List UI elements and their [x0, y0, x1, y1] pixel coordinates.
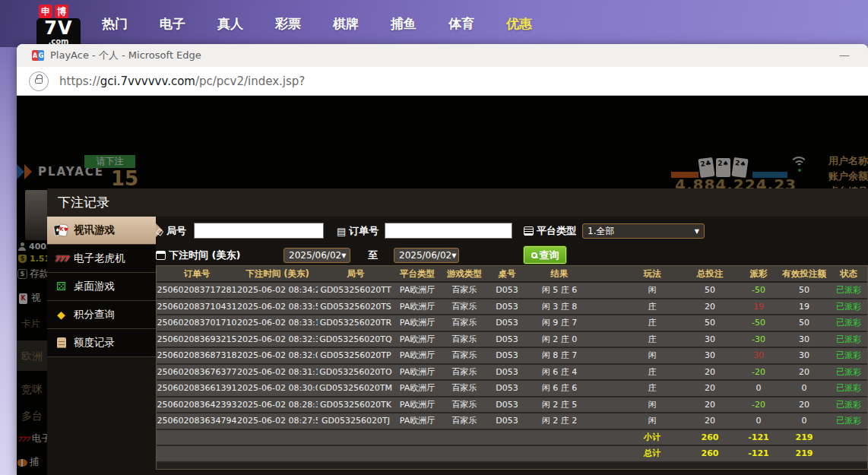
table-row: 2506020836873182025-06-02 08:32:02GD0532…	[157, 348, 867, 365]
chevron-down-icon: ▼	[341, 252, 346, 259]
menu-item-video-games[interactable]: ♠K♥ 视讯游戏	[47, 217, 156, 245]
table-cell: 19	[737, 302, 780, 312]
diamond-icon: ◆	[54, 309, 68, 321]
table-row: 2506020837172812025-06-02 08:34:28GD0532…	[157, 283, 867, 299]
menu-item-table-games[interactable]: ⚄ 桌面游戏	[47, 273, 156, 301]
nav-board[interactable]: 棋牌	[333, 15, 359, 33]
site-favicon-icon: AG	[32, 50, 44, 61]
table-cell: 250602083687318	[157, 350, 237, 360]
minimize-button[interactable]: —	[835, 47, 854, 64]
column-header: 平台类型	[394, 268, 441, 280]
table-cell: 30	[737, 350, 780, 360]
nav-hot[interactable]: 热门	[102, 15, 128, 33]
edge-window: AG PlayAce - 个人 - Microsoft Edge — https…	[17, 44, 868, 475]
nav-lottery[interactable]: 彩票	[275, 15, 301, 33]
total-cell: -121	[737, 432, 780, 442]
table-cell: 250602083676377	[157, 367, 237, 377]
table-cell: 百家乐	[441, 334, 488, 345]
table-cell: 50	[780, 285, 828, 295]
table-cell: GD053256020TO	[318, 367, 394, 377]
table-cell: 已派彩	[828, 284, 868, 296]
table-cell: 百家乐	[441, 301, 488, 312]
table-cell: 闲 6 庄 4	[526, 366, 593, 378]
nav-fishing[interactable]: 捕鱼	[391, 15, 417, 33]
column-header: 下注时间 (美东)	[237, 268, 318, 280]
magnifier-icon	[531, 252, 537, 258]
table-cell: GD053256020TS	[318, 302, 394, 312]
nav-slots[interactable]: 电子	[160, 15, 185, 33]
site-topbar: 7V .com 申 博 热门 电子 真人 彩票 棋牌 捕鱼 体育 优惠	[0, 0, 868, 47]
total-cell: 总计	[622, 448, 683, 459]
table-cell: 闲 3 庄 8	[526, 301, 593, 312]
chevron-down-icon: ▼	[695, 228, 699, 235]
window-titlebar: AG PlayAce - 个人 - Microsoft Edge —	[17, 44, 868, 67]
table-cell: 闲 8 庄 7	[526, 350, 593, 361]
menu-item-points[interactable]: ◆ 积分查询	[47, 301, 156, 329]
table-cell: PA欧洲厅	[394, 350, 441, 361]
column-header: 有效投注额	[780, 268, 828, 280]
date-from-select[interactable]: 2025/06/02▼	[284, 248, 350, 263]
total-cell: -121	[737, 448, 780, 458]
menu-item-credit-log[interactable]: 额度记录	[47, 329, 156, 357]
table-cell: 20	[683, 400, 737, 410]
table-cell: 250602083661391	[157, 383, 237, 393]
total-cell: 260	[683, 432, 737, 442]
table-cell: PA欧洲厅	[394, 399, 441, 410]
table-cell: 20	[780, 400, 828, 410]
table-cell: 2025-06-02 08:33:55	[237, 302, 318, 312]
column-header: 结果	[526, 268, 593, 280]
address-bar[interactable]: https://gci.7vvvvvv.com/pc/pcv2/index.js…	[17, 67, 868, 96]
table-row: 2506020836613912025-06-02 08:30:04GD0532…	[157, 381, 867, 397]
table-cell: 30	[683, 334, 737, 344]
query-button[interactable]: 查询	[524, 246, 566, 264]
table-cell: 庄	[622, 366, 683, 378]
order-input[interactable]	[385, 223, 512, 239]
total-cell: 219	[780, 448, 828, 458]
nav-live[interactable]: 真人	[217, 15, 243, 33]
total-cell: 219	[780, 432, 828, 442]
modal-title: 下注记录	[47, 188, 868, 217]
table-cell: 0	[780, 383, 828, 393]
table-cell: 百家乐	[441, 399, 488, 410]
table-cell: 百家乐	[441, 415, 488, 426]
date-to-select[interactable]: 2025/06/02▼	[394, 248, 459, 263]
table-cell: 19	[780, 302, 828, 312]
modal-panel: ◇ 局号 ▤ 订单号 平台类型 1.全部▼	[156, 217, 868, 475]
table-cell: 0	[780, 416, 828, 426]
lock-icon[interactable]	[29, 71, 49, 91]
table-cell: D053	[488, 416, 526, 426]
platform-select[interactable]: 1.全部▼	[582, 223, 705, 239]
table-cell: 已派彩	[828, 334, 868, 345]
column-header: 总投注	[683, 268, 737, 280]
table-cell: GD053256020TQ	[318, 334, 394, 344]
table-cell: -20	[737, 367, 780, 377]
bet-records-table: 订单号下注时间 (美东)局号平台类型游戏类型桌号结果玩法总投注派彩有效投注额状态…	[156, 265, 868, 470]
logo-badge-bo: 博	[55, 5, 68, 18]
table-cell: 百家乐	[441, 350, 488, 361]
nav-promo[interactable]: 优惠	[506, 15, 532, 33]
table-cell: 250602083701710	[157, 318, 237, 328]
document-icon	[57, 337, 66, 348]
table-cell: 闲 6 庄 6	[526, 382, 593, 394]
site-logo[interactable]: 7V .com 申 博	[36, 3, 82, 47]
logo-badge-shen: 申	[39, 5, 52, 18]
column-header: 玩法	[622, 268, 683, 280]
table-body: 2506020837172812025-06-02 08:34:28GD0532…	[157, 283, 867, 463]
nav-sports[interactable]: 体育	[448, 15, 474, 33]
table-cell: 2025-06-02 08:33:12	[237, 318, 318, 328]
url-text[interactable]: https://gci.7vvvvvv.com/pc/pcv2/index.js…	[59, 74, 305, 88]
table-cell: 庄	[622, 334, 683, 345]
table-cell: 20	[683, 383, 737, 393]
table-cell: 2025-06-02 08:30:04	[237, 383, 318, 393]
table-cell: 已派彩	[828, 399, 868, 410]
table-cell: 百家乐	[441, 382, 488, 394]
time-filter-label: 下注时间 (美东)	[156, 249, 240, 262]
table-cell: 闲	[622, 415, 683, 426]
column-header: 状态	[828, 268, 868, 280]
tag-icon: ◇	[155, 225, 164, 238]
round-input[interactable]	[194, 223, 324, 239]
menu-item-slots[interactable]: 777 电子老虎机	[47, 245, 156, 273]
column-header: 订单号	[157, 268, 237, 280]
table-cell: PA欧洲厅	[394, 334, 441, 345]
table-cell: GD053256020TM	[318, 383, 394, 393]
